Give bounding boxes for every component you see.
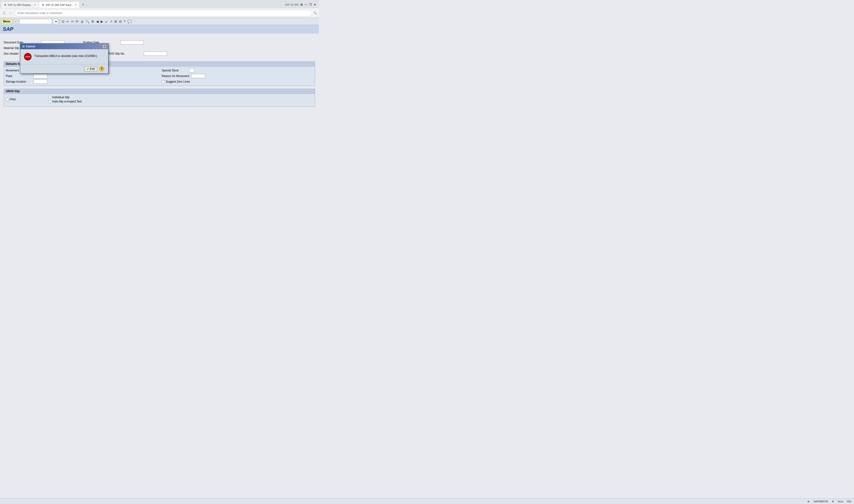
dialog-title-text: Cancel [26,45,35,48]
exit-icon: ✔ [87,67,89,70]
dialog-titlebar: ⊡ Cancel ✕ [20,43,108,49]
dialog-message: Transaction MB1A is obsolete (see note 2… [34,53,97,58]
exit-label: Exit [90,67,95,70]
dialog-title-icon: ⊡ [22,45,24,48]
dialog-close-button[interactable]: ✕ [103,44,106,48]
help-button[interactable]: ? [99,66,104,71]
dialog-footer: ✔ Exit ? [20,64,108,73]
stop-text: STOP [25,56,30,58]
dialog-title: ⊡ Cancel [22,45,35,48]
dialog-overlay: ⊡ Cancel ✕ STOP Transaction MB1A is obso… [0,0,319,189]
cancel-dialog: ⊡ Cancel ✕ STOP Transaction MB1A is obso… [20,43,108,74]
exit-button[interactable]: ✔ Exit [84,66,97,71]
help-icon: ? [101,67,103,70]
stop-icon: STOP [24,53,32,60]
dialog-body: STOP Transaction MB1A is obsolete (see n… [20,49,108,64]
